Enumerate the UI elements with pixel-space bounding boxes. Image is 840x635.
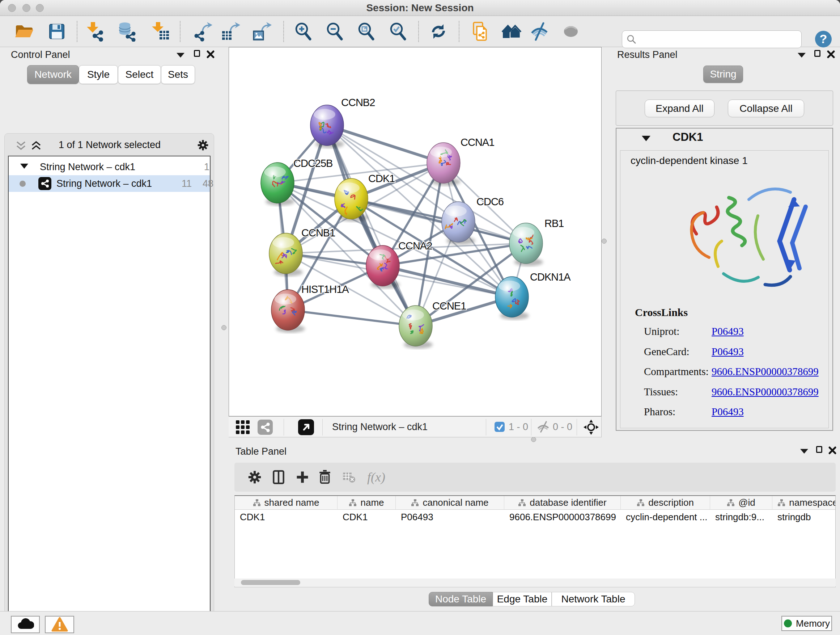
hide-selected-icon [530, 21, 550, 42]
column-header-id[interactable]: @id [710, 496, 772, 510]
save-session-button[interactable] [45, 20, 68, 43]
tab-edge-table[interactable]: Edge Table [493, 592, 552, 606]
table-cell[interactable]: P06493 [396, 510, 504, 524]
right-splitter-handle[interactable] [602, 239, 607, 244]
zoom-in-button[interactable] [292, 20, 315, 43]
edge-count: 48 [202, 178, 213, 189]
expand-all-button[interactable]: Expand All [645, 100, 714, 117]
close-panel-icon[interactable] [206, 50, 215, 59]
memory-button[interactable]: Memory [782, 616, 832, 631]
network-node-HIST1H1A[interactable]: HIST1H1A [271, 283, 349, 333]
network-node-CCNA2[interactable]: CCNA2 [366, 240, 432, 288]
table-cell[interactable]: stringdb [772, 510, 836, 524]
import-network-button[interactable] [84, 20, 107, 43]
overview-grid-icon[interactable] [235, 420, 250, 435]
network-canvas[interactable]: CCNB2CCNA1CDC25BCDK1CDC6RB1CCNB1CCNA2CDK… [229, 47, 602, 416]
export-image-button[interactable] [250, 20, 273, 43]
network-tree-root-row[interactable]: String Network – cdk1 1 [9, 158, 210, 175]
float-panel-icon[interactable] [177, 53, 185, 57]
delete-table-icon[interactable] [339, 467, 359, 487]
crosslink-pharos-link[interactable]: P06493 [712, 406, 744, 418]
new-network-from-selection-button[interactable] [469, 20, 492, 43]
tab-style[interactable]: Style [79, 65, 118, 84]
show-all-button[interactable] [559, 20, 583, 43]
crosslink-uniprot-link[interactable]: P06493 [712, 325, 744, 337]
column-header-description[interactable]: description [621, 496, 710, 510]
open-session-button[interactable] [13, 20, 36, 43]
tab-string[interactable]: String [703, 65, 743, 83]
float-panel-icon[interactable] [800, 449, 808, 454]
tab-network-table[interactable]: Network Table [552, 592, 635, 606]
selected-checkbox-icon[interactable] [494, 421, 505, 432]
network-edge-CCNE1-HIST1H1A[interactable] [288, 310, 416, 326]
export-view-icon[interactable] [298, 419, 314, 435]
birdseye-icon[interactable] [583, 419, 599, 435]
first-neighbors-button[interactable] [500, 20, 523, 43]
table-cell[interactable]: cyclin-dependent ... [621, 510, 710, 524]
tab-node-table[interactable]: Node Table [429, 592, 493, 606]
network-node-CCNA1[interactable]: CCNA1 [427, 136, 494, 186]
maximize-panel-icon[interactable] [814, 50, 821, 57]
zoom-selected-button[interactable] [386, 20, 409, 43]
export-network-button[interactable] [191, 20, 214, 43]
column-header-namespace[interactable]: namespace [772, 496, 836, 510]
close-panel-icon[interactable] [828, 446, 837, 455]
zoom-out-button[interactable] [323, 20, 346, 43]
crosslink-tissues-link[interactable]: 9606.ENSP00000378699 [712, 386, 819, 398]
network-node-CDC6[interactable]: CDC6 [442, 196, 504, 245]
crosslink-compartments-link[interactable]: 9606.ENSP00000378699 [712, 366, 819, 378]
toggle-columns-icon[interactable] [268, 467, 289, 487]
import-table-button[interactable] [149, 20, 172, 43]
delete-column-icon[interactable] [315, 467, 335, 487]
float-panel-icon[interactable] [798, 53, 806, 57]
tab-sets[interactable]: Sets [161, 65, 195, 84]
zoom-fit-button[interactable] [355, 20, 378, 43]
column-header-name[interactable]: name [338, 496, 396, 510]
add-column-icon[interactable] [292, 467, 313, 487]
network-edge-CCNB2-CCNA1[interactable] [327, 125, 444, 163]
scrollbar-thumb[interactable] [241, 580, 300, 585]
close-panel-icon[interactable] [827, 50, 835, 59]
network-edge-CCNB2-CCNE1[interactable] [327, 125, 416, 326]
table-cell[interactable]: CDK1 [235, 510, 338, 524]
application-window: Session: New Session [0, 0, 840, 635]
export-table-button[interactable] [219, 20, 242, 43]
gear-icon[interactable] [245, 467, 265, 487]
graphics-details-icon[interactable] [257, 420, 273, 435]
search-input[interactable] [639, 33, 801, 45]
maximize-panel-icon[interactable] [194, 50, 200, 57]
selected-counts: 1 - 0 [508, 421, 528, 432]
table-horizontal-scrollbar[interactable] [234, 578, 836, 586]
gear-icon[interactable] [196, 138, 210, 152]
collapse-all-button[interactable]: Collapse All [728, 100, 804, 117]
table-cell[interactable]: CDK1 [338, 510, 396, 524]
table-cell[interactable]: 9606.ENSP00000378699 [504, 510, 621, 524]
network-node-CCNE1[interactable]: CCNE1 [399, 300, 466, 348]
node-label-CDKN1A: CDKN1A [530, 271, 571, 283]
refresh-layout-button[interactable] [427, 20, 450, 43]
warning-button[interactable] [45, 616, 74, 633]
tab-select[interactable]: Select [118, 65, 161, 84]
column-header-databaseidentifier[interactable]: database identifier [504, 496, 621, 510]
network-node-CDKN1A[interactable]: CDKN1A [495, 271, 571, 320]
crosslink-genecard-link[interactable]: P06493 [712, 346, 744, 358]
network-tree-selected-row[interactable]: String Network – cdk1 11 48 [9, 175, 210, 192]
search-field[interactable] [622, 30, 802, 48]
tree-expand-icon[interactable] [20, 164, 28, 169]
expand-all-icon[interactable] [30, 141, 42, 152]
column-header-sharedname[interactable]: shared name [235, 496, 338, 510]
help-button[interactable]: ? [814, 30, 833, 49]
left-splitter-handle[interactable] [221, 325, 226, 330]
collapse-all-icon[interactable] [15, 141, 27, 152]
hide-selected-button[interactable] [528, 20, 551, 43]
table-cell[interactable]: stringdb:9... [710, 510, 772, 524]
cloud-button[interactable] [11, 616, 40, 633]
column-header-canonicalname[interactable]: canonical name [396, 496, 504, 510]
maximize-panel-icon[interactable] [816, 446, 822, 453]
import-database-button[interactable] [116, 20, 139, 43]
hidden-eye-icon[interactable] [536, 420, 551, 433]
collapse-section-icon[interactable] [642, 136, 651, 141]
tab-network[interactable]: Network [27, 65, 79, 84]
network-node-RB1[interactable]: RB1 [509, 218, 564, 266]
function-builder-icon[interactable]: f(x) [362, 467, 391, 487]
